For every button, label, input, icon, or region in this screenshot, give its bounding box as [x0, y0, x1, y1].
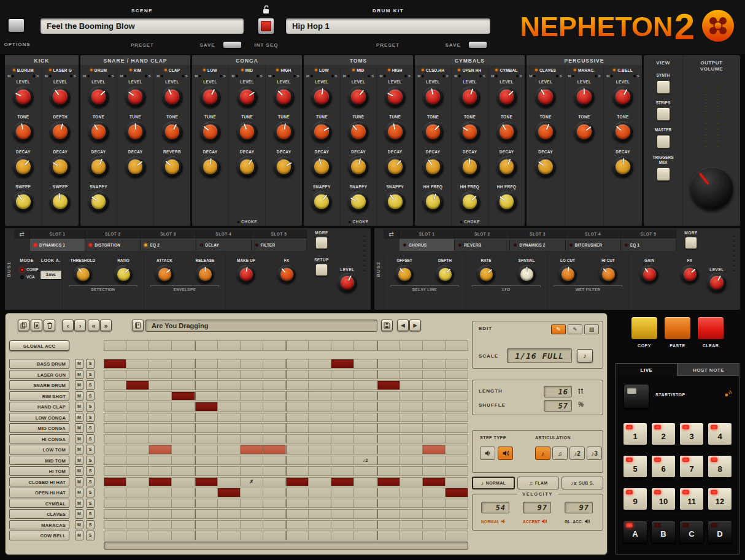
step-cell[interactable] [446, 531, 468, 540]
solo-indicator[interactable]: S [145, 74, 151, 78]
step-cell[interactable] [331, 520, 354, 530]
step-cell[interactable] [149, 359, 172, 369]
step-cell[interactable] [400, 340, 423, 351]
step-cell[interactable] [423, 340, 446, 351]
level-knob[interactable] [13, 86, 34, 107]
step-cell[interactable] [354, 391, 377, 401]
solo-indicator[interactable]: S [595, 74, 601, 78]
solo-indicator[interactable]: S [516, 74, 522, 78]
step-cell[interactable] [263, 509, 286, 519]
step-cell[interactable] [423, 456, 446, 466]
level-knob[interactable] [88, 86, 109, 107]
mute-button[interactable]: M [75, 531, 83, 540]
pad-5[interactable]: 5 [623, 455, 647, 478]
step-cell[interactable] [286, 413, 309, 423]
bus-level-knob[interactable] [338, 273, 357, 293]
step-cell[interactable] [286, 434, 309, 444]
mute-indicator[interactable]: M [45, 74, 52, 78]
step-cell[interactable] [104, 531, 126, 540]
step-cell[interactable] [126, 434, 149, 444]
step-cell[interactable] [377, 380, 400, 390]
step-cell[interactable] [423, 423, 446, 433]
step-cell[interactable] [149, 340, 172, 351]
decay-knob[interactable] [612, 156, 633, 177]
unlock-icon[interactable] [262, 5, 271, 17]
step-cell[interactable] [377, 413, 400, 423]
copy-button[interactable] [631, 316, 658, 340]
step-cell[interactable] [286, 509, 309, 519]
pad-12[interactable]: 12 [708, 488, 732, 510]
pad-4[interactable]: 4 [708, 423, 732, 445]
step-cell[interactable] [377, 359, 400, 369]
step-cell[interactable] [241, 391, 263, 401]
mute-indicator[interactable]: M [231, 74, 238, 78]
setup-button[interactable] [315, 264, 328, 276]
view-synth-button[interactable] [657, 80, 670, 94]
step-cell[interactable] [104, 423, 126, 433]
level-knob[interactable] [496, 86, 517, 107]
step-cell[interactable] [149, 488, 172, 497]
step-cell[interactable] [195, 456, 218, 466]
fx-slot-eq-2[interactable]: EQ 2 [141, 239, 196, 251]
fx-knob[interactable] [277, 265, 296, 283]
step-cell[interactable] [241, 520, 263, 530]
decay-knob[interactable] [125, 156, 146, 177]
global-acc-button[interactable]: GLOBAL ACC [9, 340, 69, 351]
tune-knob[interactable] [311, 121, 332, 142]
offset-knob[interactable] [395, 265, 414, 283]
step-cell[interactable] [104, 488, 126, 497]
mute-button[interactable]: M [75, 370, 83, 380]
step-cell[interactable] [172, 445, 195, 455]
step-cell[interactable] [263, 499, 286, 508]
step-cell[interactable] [377, 370, 400, 380]
step-cell[interactable] [400, 445, 423, 455]
step-cell[interactable] [331, 359, 354, 369]
step-cell[interactable] [172, 359, 195, 369]
pad-10[interactable]: 10 [651, 488, 676, 510]
step-cell[interactable] [286, 477, 309, 487]
solo-button[interactable]: S [86, 434, 95, 444]
step-cell[interactable] [331, 509, 354, 519]
tone-knob[interactable] [423, 121, 444, 142]
step-cell[interactable] [400, 402, 423, 412]
page-back-button[interactable]: « [88, 320, 99, 331]
rate-knob[interactable] [477, 265, 495, 283]
mute-indicator[interactable]: M [568, 74, 574, 78]
mute-button[interactable]: M [75, 434, 83, 444]
int-seq-button[interactable] [258, 18, 274, 34]
instrument-label[interactable]: HI CONGA [9, 434, 69, 444]
step-cell[interactable] [423, 380, 446, 390]
step-cell[interactable] [195, 340, 218, 351]
fx-slot-chorus[interactable]: CHORUS [400, 239, 455, 251]
step-cell[interactable] [400, 488, 423, 497]
more-button[interactable] [315, 237, 328, 249]
instrument-label[interactable]: BASS DRUM [9, 359, 69, 369]
mute-button[interactable]: M [75, 509, 83, 519]
step-cell[interactable] [172, 456, 195, 466]
decay-knob[interactable] [88, 156, 109, 177]
solo-button[interactable]: S [86, 370, 95, 380]
step-cell[interactable] [241, 380, 263, 390]
step-cell[interactable] [377, 391, 400, 401]
step-cell[interactable] [104, 340, 126, 351]
level-knob[interactable] [50, 86, 71, 107]
instrument-label[interactable]: MID TOM [9, 456, 69, 466]
step-cell[interactable] [286, 370, 309, 380]
step-cell[interactable] [104, 391, 126, 401]
solo-button[interactable]: S [86, 402, 95, 412]
solo-indicator[interactable]: S [220, 74, 226, 78]
solo-indicator[interactable]: S [108, 74, 114, 78]
step-cell[interactable] [286, 402, 309, 412]
step-cell[interactable] [149, 380, 172, 390]
step-cell[interactable] [400, 359, 423, 369]
solo-button[interactable]: S [86, 499, 95, 508]
solo-indicator[interactable]: S [293, 74, 299, 78]
page-forward-button[interactable]: » [100, 320, 112, 331]
solo-button[interactable]: S [86, 531, 95, 540]
instrument-label[interactable]: MID CONGA [9, 423, 69, 433]
start-stop-button[interactable] [623, 384, 649, 408]
quiet-speaker-button[interactable] [480, 447, 495, 460]
instrument-label[interactable]: HI TOM [9, 466, 69, 476]
step-cell[interactable] [309, 509, 331, 519]
depth-knob[interactable] [50, 121, 71, 142]
